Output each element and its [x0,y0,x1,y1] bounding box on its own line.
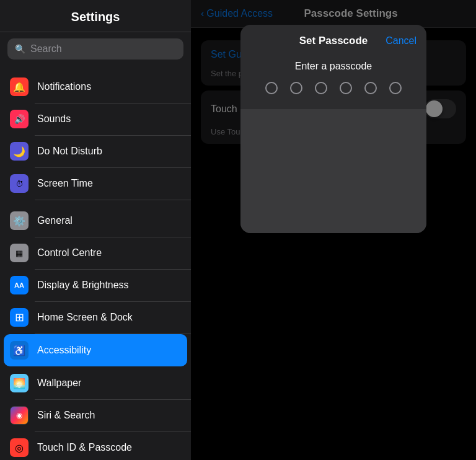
siri-icon: ◉ [10,406,29,425]
sidebar-label-screentime: Screen Time [37,178,93,189]
homescreen-icon: ⊞ [10,308,29,327]
sidebar-item-wallpaper[interactable]: 🌅 Wallpaper [0,367,191,399]
passcode-dot-4 [340,82,352,94]
passcode-dot-6 [389,82,402,94]
sidebar-title: Settings [0,0,191,32]
modal-cancel-button[interactable]: Cancel [386,35,416,46]
sidebar-item-accessibility[interactable]: ♿ Accessibility [4,334,187,366]
sidebar-label-display: Display & Brightness [37,280,129,291]
right-panel: ‹ Guided Access Passcode Settings Set Gu… [191,0,476,460]
search-bar[interactable]: 🔍 Search [7,38,183,60]
modal-keyboard[interactable] [240,109,426,233]
accessibility-icon: ♿ [10,341,29,360]
sidebar-label-touchid: Touch ID & Passcode [37,442,132,453]
sidebar-item-donotdisturb[interactable]: 🌙 Do Not Disturb [0,135,191,167]
sidebar-item-homescreen[interactable]: ⊞ Home Screen & Dock [0,301,191,334]
passcode-modal: Set Passcode Cancel Enter a passcode [240,25,426,233]
sidebar-label-notifications: Notifications [37,81,91,92]
sidebar: Settings 🔍 Search 🔔 Notifications 🔊 Soun… [0,0,191,460]
sidebar-label-homescreen: Home Screen & Dock [37,312,133,323]
sidebar-label-sounds: Sounds [37,113,71,125]
passcode-dot-5 [364,82,377,94]
donotdisturb-icon: 🌙 [10,142,29,161]
modal-title: Set Passcode [299,35,368,47]
passcode-dot-3 [315,82,327,94]
sidebar-label-wallpaper: Wallpaper [37,378,81,389]
sidebar-item-screentime[interactable]: ⏱ Screen Time [0,167,191,200]
notifications-icon: 🔔 [10,77,29,96]
sidebar-label-general: General [37,215,73,226]
sidebar-item-controlcentre[interactable]: ▦ Control Centre [0,237,191,269]
screentime-icon: ⏱ [10,174,29,193]
passcode-dots [240,82,426,109]
display-icon: AA [10,276,29,294]
wallpaper-icon: 🌅 [10,374,29,392]
sidebar-label-accessibility: Accessibility [37,345,91,356]
sidebar-label-donotdisturb: Do Not Disturb [37,146,102,157]
sidebar-item-touchid[interactable]: ◎ Touch ID & Passcode [0,431,191,460]
search-icon: 🔍 [15,44,25,54]
modal-header: Set Passcode Cancel [240,25,426,55]
sidebar-item-sounds[interactable]: 🔊 Sounds [0,103,191,135]
sidebar-label-siri: Siri & Search [37,410,95,421]
search-input[interactable]: Search [30,43,62,55]
sidebar-item-notifications[interactable]: 🔔 Notifications [0,71,191,103]
modal-subtitle: Enter a passcode [240,55,426,82]
sidebar-item-display[interactable]: AA Display & Brightness [0,269,191,301]
sidebar-item-siri[interactable]: ◉ Siri & Search [0,399,191,431]
sidebar-label-controlcentre: Control Centre [37,247,102,259]
sounds-icon: 🔊 [10,110,29,128]
general-icon: ⚙️ [10,211,29,230]
controlcentre-icon: ▦ [10,244,29,262]
passcode-dot-2 [290,82,302,94]
sidebar-item-general[interactable]: ⚙️ General [0,205,191,237]
modal-overlay: Set Passcode Cancel Enter a passcode [191,0,476,460]
passcode-dot-1 [265,82,278,94]
touchid-icon: ◎ [10,438,29,457]
